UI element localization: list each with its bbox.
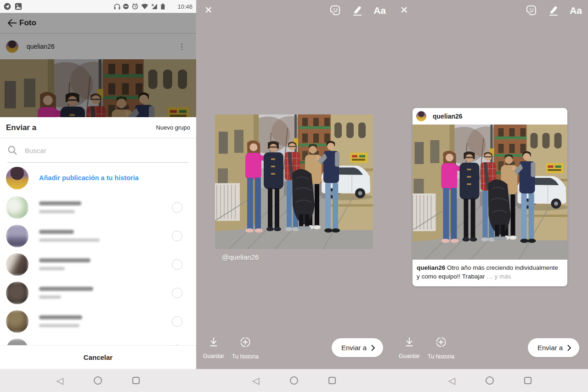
your-story-button[interactable]: Tu historia	[424, 336, 458, 360]
alarm-icon	[133, 4, 137, 9]
save-button[interactable]: Guardar	[396, 336, 422, 359]
contact-avatar	[6, 339, 28, 346]
signal-x-icon	[152, 4, 158, 10]
save-label: Guardar	[201, 353, 226, 359]
chevron-right-icon	[371, 345, 375, 351]
your-story-label: Tu historia	[228, 353, 262, 360]
contact-select-radio[interactable]	[172, 202, 182, 213]
more-options-icon[interactable]: ⋮	[178, 42, 190, 51]
card-username: quelian26	[433, 113, 463, 120]
contact-select-radio[interactable]	[172, 288, 182, 298]
nav-recents-icon[interactable]	[132, 377, 140, 384]
contact-name-blurred	[39, 287, 93, 299]
story-photo[interactable]	[215, 114, 373, 249]
new-group-button[interactable]: Nuevo grupo	[156, 124, 190, 131]
contact-name-blurred	[39, 315, 82, 327]
add-story-icon	[239, 336, 251, 348]
contact-row[interactable]	[0, 335, 196, 345]
contact-row[interactable]	[0, 222, 196, 250]
story-editor-post-card: ✕ Aa quelian26 quelian26 Otro año más cr…	[392, 0, 588, 392]
avatar	[6, 40, 18, 53]
text-tool-button[interactable]: Aa	[570, 6, 582, 15]
contact-avatar	[6, 282, 28, 304]
share-sheet-screen: 10:46 Foto quelian26 ⋮ Enviar a	[0, 0, 196, 392]
close-icon[interactable]: ✕	[204, 5, 213, 15]
status-bar: 10:46	[0, 0, 196, 13]
close-icon[interactable]: ✕	[400, 5, 408, 15]
caption-username: quelian26	[417, 264, 445, 271]
contact-row[interactable]	[0, 193, 196, 222]
nav-recents-icon[interactable]	[328, 377, 336, 384]
send-to-button[interactable]: Enviar a	[528, 338, 579, 357]
nav-back-icon[interactable]: ◁	[252, 376, 259, 385]
headset-icon	[114, 4, 120, 10]
contact-name-blurred	[39, 258, 90, 270]
contacts-list	[0, 193, 196, 345]
telegram-notification-icon	[4, 3, 11, 10]
screen: 10:46 Foto quelian26 ⋮ Enviar a	[0, 0, 588, 392]
username: quelian26	[27, 43, 55, 50]
cancel-button[interactable]: Cancelar	[84, 353, 113, 361]
sticker-icon[interactable]	[526, 5, 537, 16]
mention-text[interactable]: @quelian26	[222, 253, 259, 261]
dimmed-background: Foto quelian26 ⋮	[0, 13, 196, 117]
nav-recents-icon[interactable]	[524, 377, 531, 384]
contact-select-radio[interactable]	[172, 231, 182, 241]
text-tool-button[interactable]: Aa	[373, 6, 386, 15]
your-story-button[interactable]: Tu historia	[228, 336, 262, 360]
contact-avatar	[6, 310, 28, 333]
back-arrow-icon[interactable]	[7, 19, 17, 27]
send-to-label: Enviar a	[341, 344, 367, 352]
contact-name-blurred	[39, 230, 100, 242]
draw-icon[interactable]	[351, 4, 363, 16]
download-icon	[208, 336, 220, 347]
status-icons	[113, 3, 173, 10]
search-icon	[7, 145, 17, 155]
shared-post-card[interactable]: quelian26 quelian26 Otro año más crecien…	[413, 108, 567, 286]
clock-time: 10:46	[177, 3, 192, 10]
contact-row[interactable]	[0, 307, 196, 335]
post-photo-preview	[0, 59, 196, 117]
nav-home-icon[interactable]	[290, 376, 298, 385]
android-nav-bar: ◁	[196, 369, 392, 392]
page-title: Foto	[19, 18, 36, 28]
sheet-title: Enviar a	[6, 123, 36, 132]
add-to-story-row[interactable]: Añadir publicación a tu historia	[0, 163, 196, 193]
send-to-label: Enviar a	[537, 344, 563, 352]
contact-row[interactable]	[0, 278, 196, 307]
do-not-disturb-icon	[123, 4, 129, 9]
download-icon	[403, 336, 415, 347]
search-input[interactable]	[25, 147, 153, 154]
add-to-story-label: Añadir publicación a tu historia	[39, 174, 139, 182]
photo-header: Foto	[0, 13, 196, 34]
story-editor-photo: ✕ Aa @quelian26 Guardar Tu historia Envi…	[196, 0, 392, 392]
cancel-bar[interactable]: Cancelar	[0, 345, 196, 369]
send-to-sheet: Enviar a Nuevo grupo Añadir publicación …	[0, 117, 196, 369]
story-toolbar: ✕ Aa	[196, 0, 392, 23]
contact-name-blurred	[39, 201, 81, 213]
save-label: Guardar	[396, 353, 422, 359]
card-caption: quelian26 Otro año más creciendo individ…	[413, 260, 567, 286]
nav-home-icon[interactable]	[486, 376, 494, 385]
sheet-header: Enviar a Nuevo grupo	[0, 117, 196, 138]
send-to-button[interactable]: Enviar a	[332, 338, 383, 357]
battery-icon	[161, 4, 165, 10]
save-button[interactable]: Guardar	[201, 336, 226, 359]
contact-row[interactable]	[0, 250, 196, 278]
android-nav-bar: ◁	[0, 369, 196, 392]
avatar	[416, 111, 426, 121]
sticker-icon[interactable]	[329, 5, 341, 16]
card-photo	[413, 125, 567, 260]
contact-avatar	[6, 253, 28, 276]
card-header: quelian26	[413, 108, 567, 125]
nav-home-icon[interactable]	[94, 376, 102, 385]
caption-more-link[interactable]: … y más	[486, 273, 511, 280]
contact-select-radio[interactable]	[172, 259, 182, 270]
contact-avatar	[6, 225, 28, 247]
contact-select-radio[interactable]	[172, 316, 182, 327]
gallery-notification-icon	[15, 3, 22, 10]
nav-back-icon[interactable]: ◁	[57, 376, 63, 385]
nav-back-icon[interactable]: ◁	[448, 376, 455, 385]
draw-icon[interactable]	[548, 4, 559, 16]
android-nav-bar: ◁	[392, 369, 588, 392]
